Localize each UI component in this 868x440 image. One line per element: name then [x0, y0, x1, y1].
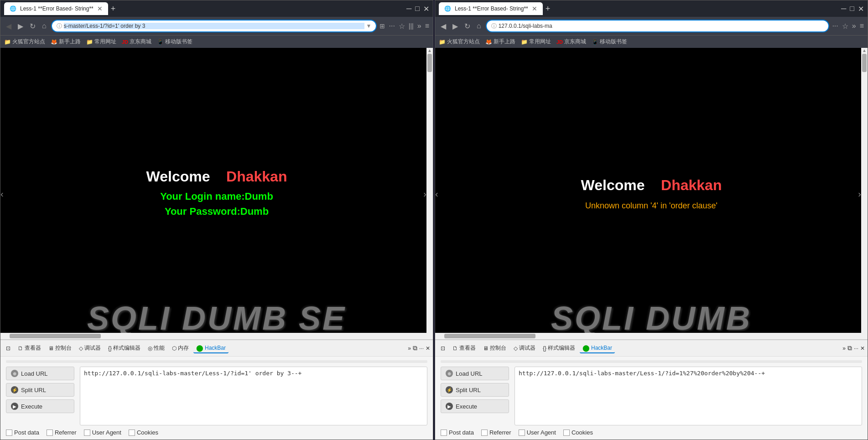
- post-data-checkbox-1[interactable]: [6, 430, 12, 436]
- back-btn-1[interactable]: ◀: [4, 21, 13, 31]
- bookmark-icon-2[interactable]: ☆: [842, 22, 848, 31]
- dt-chevron-1[interactable]: »: [408, 345, 411, 352]
- post-data-option-2[interactable]: Post data: [441, 429, 474, 436]
- chevron-icon-1[interactable]: »: [417, 22, 421, 30]
- bookmark-folder-1[interactable]: 📁 火狐官方站点: [4, 38, 45, 46]
- tab-close-1[interactable]: ✕: [97, 5, 103, 12]
- scroll-bottom-2[interactable]: [435, 333, 861, 339]
- dt-perf-1[interactable]: ◎ 性能: [145, 343, 167, 353]
- load-url-btn-1[interactable]: ⊕ Load URL: [6, 367, 74, 380]
- load-url-btn-2[interactable]: ⊕ Load URL: [441, 367, 509, 380]
- dt-console-2[interactable]: 🖥 控制台: [480, 343, 509, 353]
- bookmark-mobile-1[interactable]: 📱 移动版书签: [157, 38, 192, 46]
- dt-debugger-1[interactable]: ◇ 调试器: [76, 343, 104, 353]
- referrer-option-2[interactable]: Referrer: [481, 429, 511, 436]
- maximize-btn-1[interactable]: □: [415, 5, 420, 13]
- post-data-option-1[interactable]: Post data: [6, 429, 39, 436]
- dt-inspector-1[interactable]: 🗋 查看器: [15, 343, 44, 353]
- dt-close-1[interactable]: ✕: [426, 345, 430, 352]
- url-dropdown-icon-1[interactable]: ▼: [366, 23, 372, 29]
- memory-icon-1: ⬡: [172, 345, 177, 352]
- bookmark-common-label-2: 常用网址: [529, 38, 551, 46]
- dt-close-2[interactable]: ✕: [860, 345, 865, 352]
- devtools-toolbar-1: ⊡ 🗋 查看器 🖥 控制台 ◇ 调试器 {} 样式编辑器: [0, 340, 433, 357]
- user-agent-checkbox-1[interactable]: [84, 430, 90, 436]
- dt-debugger-2[interactable]: ◇ 调试器: [511, 343, 538, 353]
- cookies-option-1[interactable]: Cookies: [129, 429, 158, 436]
- close-btn-1[interactable]: ✕: [423, 5, 429, 13]
- scroll-bottom-1[interactable]: [0, 333, 426, 339]
- scroll-left-2[interactable]: ‹: [435, 188, 438, 199]
- forward-btn-2[interactable]: ▶: [451, 21, 460, 31]
- more-icon-2[interactable]: ···: [832, 22, 838, 30]
- scroll-right-1[interactable]: ›: [423, 188, 426, 199]
- hackbar-url-input-2[interactable]: http://127.0.0.1/sqli-labs-master/Less-1…: [515, 367, 862, 425]
- url-bar-2[interactable]: ⓘ 127.0.0.1/sqli-labs-ma: [486, 20, 830, 32]
- split-url-btn-2[interactable]: ⚡ Split URL: [441, 383, 509, 397]
- minimize-btn-1[interactable]: ─: [406, 5, 411, 13]
- dt-more-2[interactable]: ···: [854, 345, 858, 352]
- bookmark-icon-1[interactable]: ☆: [399, 22, 405, 31]
- bookmark-common-1[interactable]: 📁 常用网址: [86, 38, 116, 46]
- tab-2[interactable]: 🌐 Less-1 **Error Based- String** ✕: [439, 2, 543, 15]
- cookies-checkbox-2[interactable]: [563, 430, 570, 436]
- referrer-checkbox-1[interactable]: [47, 430, 53, 436]
- url-bar-1[interactable]: ⓘ s-master/Less-1/?id=1' order by 3 ▼: [51, 20, 377, 32]
- refresh-btn-1[interactable]: ↻: [28, 21, 37, 31]
- forward-btn-1[interactable]: ▶: [16, 21, 25, 31]
- bookmark-mobile-2[interactable]: 📱 移动版书签: [592, 38, 627, 46]
- bookmark-newuser-2[interactable]: 🦊 新手上路: [485, 38, 515, 46]
- home-btn-1[interactable]: ⌂: [40, 21, 48, 31]
- new-tab-btn-2[interactable]: +: [546, 4, 551, 14]
- dt-pick-tool-2[interactable]: ⊡: [438, 344, 448, 352]
- hamburger-icon-1[interactable]: ≡: [425, 22, 429, 30]
- execute-btn-1[interactable]: ▶ Execute: [6, 399, 74, 413]
- sidebar-icon-1[interactable]: |||: [409, 22, 414, 30]
- bookmark-jd-2[interactable]: JD 京东商城: [556, 38, 586, 46]
- dt-hackbar-2[interactable]: ⬤ HackBar: [580, 343, 615, 353]
- scroll-h-thumb-2[interactable]: [444, 334, 535, 338]
- split-url-btn-1[interactable]: ⚡ Split URL: [6, 383, 74, 397]
- hamburger-icon-2[interactable]: ≡: [860, 22, 864, 30]
- close-btn-2[interactable]: ✕: [858, 5, 864, 13]
- scroll-h-thumb-1[interactable]: [10, 334, 101, 338]
- dt-style-1[interactable]: {} 样式编辑器: [105, 343, 143, 353]
- cookies-checkbox-1[interactable]: [129, 430, 135, 436]
- tab-close-2[interactable]: ✕: [532, 5, 537, 12]
- dt-more-1[interactable]: ···: [419, 345, 424, 352]
- minimize-btn-2[interactable]: ─: [841, 5, 846, 13]
- dt-console-1[interactable]: 🖥 控制台: [46, 343, 74, 353]
- user-agent-checkbox-2[interactable]: [519, 430, 525, 436]
- referrer-checkbox-2[interactable]: [481, 430, 488, 436]
- more-icon-1[interactable]: ···: [389, 22, 395, 30]
- dt-chevron-2[interactable]: »: [842, 345, 846, 352]
- dt-inspector-2[interactable]: 🗋 查看器: [450, 343, 478, 353]
- execute-btn-2[interactable]: ▶ Execute: [441, 399, 509, 413]
- user-agent-option-2[interactable]: User Agent: [519, 429, 556, 436]
- bookmark-newuser-1[interactable]: 🦊 新手上路: [51, 38, 81, 46]
- post-data-checkbox-2[interactable]: [441, 430, 447, 436]
- referrer-option-1[interactable]: Referrer: [47, 429, 77, 436]
- dt-style-2[interactable]: {} 样式编辑器: [540, 343, 578, 353]
- dt-memory-1[interactable]: ⬡ 内存: [169, 343, 192, 353]
- dt-responsive-1[interactable]: ⧉: [413, 344, 417, 352]
- scroll-left-1[interactable]: ‹: [0, 188, 4, 199]
- maximize-btn-2[interactable]: □: [850, 5, 854, 13]
- bookmark-folder-2[interactable]: 📁 火狐官方站点: [439, 38, 480, 46]
- back-btn-2[interactable]: ◀: [439, 21, 448, 31]
- hackbar-url-input-1[interactable]: http://127.0.0.1/sqli-labs-master/Less-1…: [80, 367, 427, 425]
- chevron-icon-2[interactable]: »: [852, 22, 856, 30]
- dt-pick-tool-1[interactable]: ⊡: [3, 344, 13, 352]
- user-agent-option-1[interactable]: User Agent: [84, 429, 121, 436]
- cookies-option-2[interactable]: Cookies: [563, 429, 593, 436]
- bookmark-jd-1[interactable]: JD 京东商城: [122, 38, 151, 46]
- new-tab-btn-1[interactable]: +: [111, 4, 116, 14]
- dt-responsive-2[interactable]: ⧉: [847, 344, 852, 352]
- home-btn-2[interactable]: ⌂: [475, 21, 483, 31]
- bookmark-common-2[interactable]: 📁 常用网址: [521, 38, 551, 46]
- reader-icon-1[interactable]: ⊞: [379, 22, 385, 30]
- scroll-right-2[interactable]: ›: [858, 188, 861, 199]
- refresh-btn-2[interactable]: ↻: [463, 21, 472, 31]
- tab-1[interactable]: 🌐 Less-1 **Error Based- String** ✕: [4, 2, 108, 15]
- dt-hackbar-1[interactable]: ⬤ HackBar: [193, 343, 229, 353]
